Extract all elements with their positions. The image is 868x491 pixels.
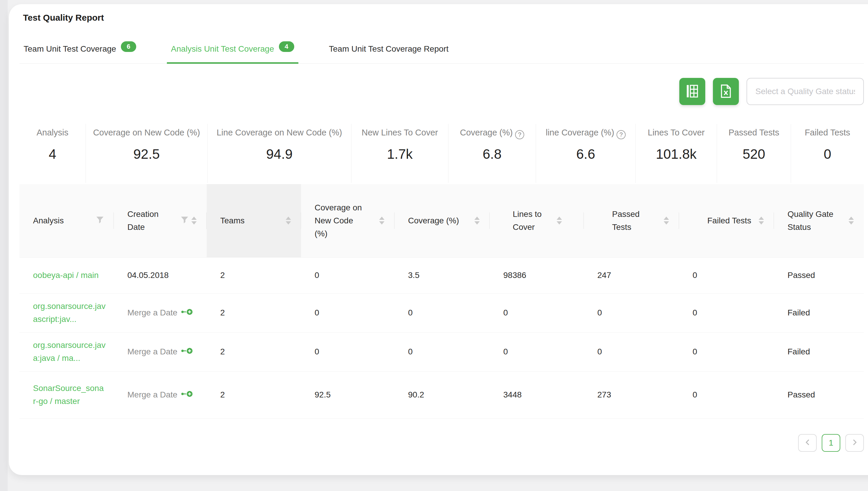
passed-tests-value: 0 <box>597 347 602 356</box>
passed-tests-value: 247 <box>597 270 611 280</box>
sort-icon[interactable] <box>848 216 854 225</box>
stat-value: 101.8k <box>656 146 696 162</box>
table-row: oobeya-api / main 04.05.2018 2 0 3.5 983… <box>20 257 864 293</box>
page-number-button[interactable]: 1 <box>822 434 840 452</box>
stat-label: Coverage on New Code (%) <box>93 128 200 137</box>
toolbar <box>20 78 864 105</box>
sort-icon[interactable] <box>664 216 669 225</box>
merge-a-date-action[interactable]: Merge a Date <box>127 308 193 318</box>
stat-label: line Coverage (%) <box>546 128 614 137</box>
column-header-analysis[interactable]: Analysis <box>20 184 114 257</box>
tab-label: Team Unit Test Coverage Report <box>329 44 449 54</box>
analysis-link[interactable]: oobeya-api / main <box>33 269 99 282</box>
table-row: org.sonarsource.java:java / ma... Merge … <box>20 332 864 371</box>
table-columns-icon <box>686 85 699 98</box>
lines-to-cover-value: 0 <box>503 308 508 317</box>
previous-page-button[interactable] <box>798 434 817 452</box>
coverage-new-code-value: 0 <box>315 270 319 280</box>
sort-icon[interactable] <box>286 216 291 225</box>
merge-date-label: Merge a Date <box>127 347 178 356</box>
stat-label: Failed Tests <box>805 128 850 137</box>
tab-bar: Team Unit Test Coverage 6 Analysis Unit … <box>20 35 864 64</box>
export-excel-button[interactable] <box>713 78 739 105</box>
column-header-quality-gate-status[interactable]: Quality Gate Status <box>774 184 864 257</box>
stat-label: Lines To Cover <box>648 128 705 137</box>
stat-line-coverage-on-new-code: Line Coverage on New Code (%) 94.9 <box>208 124 351 183</box>
sort-icon[interactable] <box>758 216 764 225</box>
merge-a-date-action[interactable]: Merge a Date <box>127 347 193 357</box>
column-header-coverage-percent[interactable]: Coverage (%) <box>395 184 490 257</box>
lines-to-cover-value: 0 <box>503 347 508 356</box>
merge-a-date-action[interactable]: Merge a Date <box>127 390 193 400</box>
filter-icon[interactable] <box>181 216 188 225</box>
stat-value: 6.8 <box>483 146 501 162</box>
stat-label: Coverage (%) <box>460 128 513 137</box>
column-header-coverage-on-new-code[interactable]: Coverage on New Code (%) <box>301 184 395 257</box>
passed-tests-value: 0 <box>597 308 602 317</box>
quality-gate-status-select[interactable] <box>747 78 864 105</box>
column-header-creation-date[interactable]: Creation Date <box>114 184 207 257</box>
sort-icon[interactable] <box>474 216 480 225</box>
column-header-failed-tests[interactable]: Failed Tests <box>679 184 774 257</box>
next-page-button[interactable] <box>845 434 864 452</box>
column-header-passed-tests[interactable]: Passed Tests <box>584 184 679 257</box>
coverage-new-code-value: 92.5 <box>315 390 331 399</box>
tab-label: Team Unit Test Coverage <box>24 44 116 54</box>
column-label: Lines to Cover <box>513 208 547 234</box>
failed-tests-value: 0 <box>692 308 697 317</box>
creation-date-value: 04.05.2018 <box>127 270 168 280</box>
chevron-right-icon <box>852 438 857 447</box>
chevron-left-icon <box>805 438 810 447</box>
add-date-icon <box>181 308 193 318</box>
stat-value: 92.5 <box>133 146 160 162</box>
merge-date-label: Merge a Date <box>127 308 178 318</box>
column-label: Coverage on New Code (%) <box>315 201 367 240</box>
analysis-table: Analysis Creation Date Teams Cov <box>20 184 864 419</box>
stat-lines-to-cover: Lines To Cover 101.8k <box>636 124 717 183</box>
sort-icon[interactable] <box>379 216 384 225</box>
report-card: Test Quality Report Team Unit Test Cover… <box>9 4 868 475</box>
merge-date-label: Merge a Date <box>127 390 178 400</box>
teams-value: 2 <box>220 270 225 280</box>
tab-count-badge: 6 <box>121 41 136 52</box>
analysis-link[interactable]: org.sonarsource.javascript:jav... <box>33 300 105 326</box>
lines-to-cover-value: 98386 <box>503 270 526 280</box>
stat-value: 1.7k <box>387 146 413 162</box>
page-left-gutter <box>0 0 8 491</box>
failed-tests-value: 0 <box>692 270 697 280</box>
stat-label: Passed Tests <box>728 128 779 137</box>
stat-coverage-percent: Coverage (%)? 6.8 <box>448 124 536 183</box>
coverage-value: 90.2 <box>408 390 424 399</box>
teams-value: 2 <box>220 308 225 317</box>
sort-icon[interactable] <box>557 216 562 225</box>
sort-icon[interactable] <box>191 216 197 225</box>
teams-value: 2 <box>220 347 225 356</box>
help-icon[interactable]: ? <box>617 130 626 139</box>
table-row: SonarSource_sonar-go / master Merge a Da… <box>20 371 864 418</box>
analysis-link[interactable]: SonarSource_sonar-go / master <box>33 382 105 408</box>
stat-value: 0 <box>824 146 832 162</box>
column-label: Teams <box>220 214 244 227</box>
column-settings-button[interactable] <box>679 78 705 105</box>
column-label: Failed Tests <box>707 214 751 227</box>
column-header-lines-to-cover[interactable]: Lines to Cover <box>490 184 584 257</box>
help-icon[interactable]: ? <box>515 130 524 139</box>
column-header-teams[interactable]: Teams <box>207 184 301 257</box>
analysis-link[interactable]: org.sonarsource.java:java / ma... <box>33 339 105 365</box>
stat-new-lines-to-cover: New Lines To Cover 1.7k <box>351 124 448 183</box>
tab-team-unit-test-coverage-report[interactable]: Team Unit Test Coverage Report <box>325 34 453 63</box>
tab-analysis-unit-test-coverage[interactable]: Analysis Unit Test Coverage 4 <box>167 34 299 63</box>
table-header-row: Analysis Creation Date Teams Cov <box>20 184 864 257</box>
add-date-icon <box>181 390 193 400</box>
stat-label: Analysis <box>36 128 68 137</box>
coverage-new-code-value: 0 <box>315 347 319 356</box>
quality-gate-status-value: Passed <box>787 390 815 399</box>
coverage-value: 0 <box>408 347 413 356</box>
filter-icon[interactable] <box>96 216 104 225</box>
stat-value: 4 <box>49 146 56 162</box>
quality-gate-status-value: Failed <box>787 347 810 356</box>
tab-team-unit-test-coverage[interactable]: Team Unit Test Coverage 6 <box>20 34 140 63</box>
failed-tests-value: 0 <box>692 390 697 399</box>
column-label: Quality Gate Status <box>787 208 838 234</box>
lines-to-cover-value: 3448 <box>503 390 522 399</box>
